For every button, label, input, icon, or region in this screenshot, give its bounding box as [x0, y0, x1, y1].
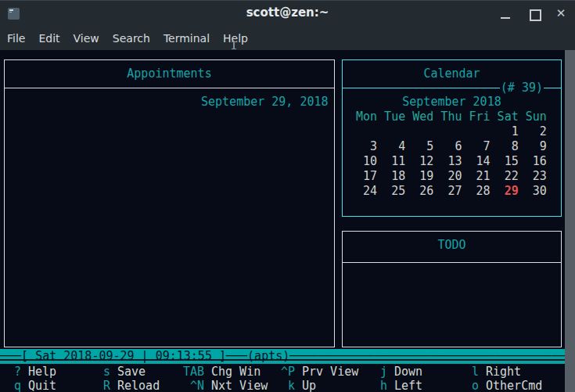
calendar-day: 1	[498, 124, 519, 138]
calendar-panel-title: Calendar	[343, 67, 561, 81]
help-binding: hLeft	[366, 379, 422, 392]
calendar-grid: September 2018 Mon Tue Wed Thu Fri Sat S…	[356, 95, 548, 199]
help-binding: lRight	[458, 365, 521, 379]
calendar-day: 15	[498, 154, 519, 168]
calendar-day: 11	[384, 154, 405, 168]
calendar-day-empty	[412, 124, 433, 138]
todo-panel-title: TODO	[343, 238, 561, 253]
calendar-day: 4	[384, 139, 405, 153]
calendar-week-row: 1 2	[356, 124, 548, 139]
minimize-button[interactable]	[497, 5, 514, 21]
calendar-day: 25	[384, 184, 405, 198]
calendar-week-row: 24 25 26 27 28 29 30	[356, 184, 548, 199]
help-label: Help	[28, 365, 56, 379]
calendar-day: 14	[469, 154, 491, 168]
status-underline	[0, 359, 565, 361]
help-row: qQuitRReload^NNxt ViewkUphLeftoOtherCmd	[0, 379, 565, 392]
calendar-day: 30	[526, 184, 547, 198]
titlebar: scott@zen:~ ✕	[0, 1, 575, 24]
calendar-day: 27	[440, 184, 462, 198]
window-chrome: scott@zen:~ ✕ FileEditViewSearchTerminal…	[0, 0, 575, 50]
maximize-button[interactable]	[526, 5, 543, 21]
calendar-day: 7	[469, 139, 491, 153]
menu-item-view[interactable]: View	[74, 32, 99, 45]
calendar-day: 13	[440, 154, 462, 168]
appointments-title-separator	[5, 88, 334, 88]
calendar-day: 29	[498, 184, 519, 198]
calendar-day: 21	[469, 169, 491, 183]
help-key: R	[89, 379, 110, 392]
help-label: Reload	[117, 379, 160, 392]
appointments-panel-title: Appointments	[5, 67, 334, 81]
help-binding: sSave	[89, 365, 146, 379]
help-key: o	[458, 379, 479, 392]
help-binding: ^PPrv View	[267, 365, 358, 379]
help-binding: oOtherCmd	[458, 379, 542, 392]
help-binding: kUp	[267, 379, 316, 392]
help-key: k	[267, 379, 295, 392]
todo-title-separator	[343, 262, 561, 263]
status-line: ───[ Sat 2018-09-29 | 09:13:55 ]───(apts…	[0, 349, 565, 364]
menu-item-edit[interactable]: Edit	[38, 32, 59, 45]
help-key: q	[0, 379, 21, 392]
help-binding: TABChg Win	[176, 365, 261, 379]
help-key: ?	[0, 365, 21, 379]
help-label: Nxt View	[211, 379, 268, 392]
week-number-badge: (# 39)	[500, 81, 544, 95]
help-key: h	[366, 379, 387, 392]
calendar-day-empty	[469, 124, 491, 138]
calendar-day: 20	[440, 169, 462, 183]
calendar-day-empty	[356, 124, 377, 138]
help-binding: RReload	[89, 379, 160, 392]
calendar-week-row: 10 11 12 13 14 15 16	[356, 154, 548, 169]
calendar-day: 19	[412, 169, 433, 183]
calendar-day: 8	[498, 139, 519, 153]
calendar-day-empty	[440, 124, 462, 138]
help-key: l	[458, 365, 479, 379]
help-label: Up	[302, 379, 316, 392]
help-key: ^N	[176, 379, 204, 392]
calendar-week-row: 3 4 5 6 7 8 9	[356, 139, 548, 154]
terminal-content: Appointments September 29, 2018 Calendar…	[0, 50, 565, 392]
menu-item-search[interactable]: Search	[113, 32, 150, 45]
calendar-day: 23	[526, 169, 547, 183]
menu-item-terminal[interactable]: Terminal	[164, 32, 210, 45]
month-heading: September 2018	[356, 95, 548, 110]
help-binding: jDown	[366, 365, 422, 379]
close-button[interactable]: ✕	[552, 5, 570, 21]
calendar-day: 3	[356, 139, 377, 153]
calendar-day: 6	[440, 139, 462, 153]
status-bar: ───[ Sat 2018-09-29 | 09:13:55 ]───(apts…	[0, 349, 565, 364]
menu-item-file[interactable]: File	[7, 32, 25, 45]
help-label: Left	[394, 379, 422, 392]
calendar-day: 26	[412, 184, 433, 198]
help-label: Right	[486, 365, 521, 379]
calendar-week-row: 17 18 19 20 21 22 23	[356, 169, 548, 184]
help-key: ^P	[267, 365, 295, 379]
scrollbar[interactable]	[565, 50, 575, 392]
calendar-day: 2	[526, 124, 547, 138]
ibeam-mouse-cursor	[231, 41, 237, 49]
help-row: ?HelpsSaveTABChg Win^PPrv ViewjDownlRigh…	[0, 365, 565, 379]
help-label: Quit	[28, 379, 56, 392]
window-title: scott@zen:~	[0, 1, 575, 24]
help-label: Down	[394, 365, 422, 379]
calendar-day: 18	[384, 169, 405, 183]
calendar-day: 9	[526, 139, 547, 153]
calendar-day: 5	[412, 139, 433, 153]
help-label: Save	[117, 365, 146, 379]
weekday-heading: Mon Tue Wed Thu Fri Sat Sun	[356, 110, 548, 124]
help-binding: ?Help	[0, 365, 56, 379]
help-label: Chg Win	[211, 365, 261, 379]
calendar-day-empty	[384, 124, 405, 138]
calendar-day: 28	[469, 184, 491, 198]
appointments-date-heading: September 29, 2018	[201, 95, 329, 110]
calendar-day: 10	[356, 154, 377, 168]
calendar-day: 17	[356, 169, 377, 183]
help-key: s	[89, 365, 110, 379]
help-key: TAB	[176, 365, 204, 379]
todo-panel: TODO	[342, 231, 562, 347]
calendar-day: 22	[498, 169, 519, 183]
help-label: OtherCmd	[486, 379, 542, 392]
calendar-day: 12	[412, 154, 433, 168]
